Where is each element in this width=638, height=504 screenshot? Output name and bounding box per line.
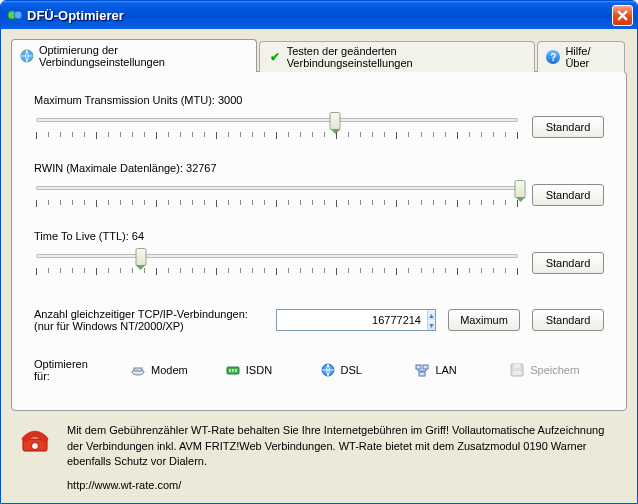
close-button[interactable] xyxy=(612,5,633,26)
title-bar: DFÜ-Optimierer xyxy=(1,1,637,29)
ttl-standard-button[interactable]: Standard xyxy=(532,252,604,274)
lan-icon xyxy=(414,362,430,378)
optimize-lan[interactable]: LAN xyxy=(414,362,509,378)
rwin-standard-button[interactable]: Standard xyxy=(532,184,604,206)
client-area: Optimierung der Verbindungseinstellungen… xyxy=(1,29,637,503)
svg-rect-11 xyxy=(423,365,428,369)
optimize-dsl[interactable]: DSL xyxy=(320,362,415,378)
ttl-slider[interactable] xyxy=(34,248,520,278)
tab-label: Testen der geänderten Verbindungseinstel… xyxy=(287,45,525,69)
svg-rect-8 xyxy=(235,369,237,372)
svg-rect-12 xyxy=(419,372,425,376)
spinner-up[interactable]: ▲ xyxy=(428,310,435,320)
tcp-connections-field[interactable] xyxy=(277,310,427,330)
globe-icon xyxy=(20,49,34,63)
svg-rect-4 xyxy=(134,368,142,371)
tab-strip: Optimierung der Verbindungseinstellungen… xyxy=(11,39,627,72)
tcp-label: Anzahl gleichzeitiger TCP/IP-Verbindunge… xyxy=(34,308,264,332)
save-button: Speichern xyxy=(509,362,604,378)
tab-help[interactable]: ? Hilfe/Über xyxy=(537,41,625,72)
save-icon xyxy=(509,362,525,378)
spinner-down[interactable]: ▼ xyxy=(428,320,435,330)
check-icon: ✔ xyxy=(268,50,282,64)
footer-text-block: Mit dem Gebührenzähler WT-Rate behalten … xyxy=(67,423,619,493)
app-window: DFÜ-Optimierer Optimierung der Verbindun… xyxy=(0,0,638,504)
footer: Mit dem Gebührenzähler WT-Rate behalten … xyxy=(11,411,627,497)
tab-label: Hilfe/Über xyxy=(565,45,614,69)
mtu-slider[interactable] xyxy=(34,112,520,142)
tcp-maximum-button[interactable]: Maximum xyxy=(448,309,520,331)
svg-point-17 xyxy=(32,443,39,450)
app-icon xyxy=(7,7,23,23)
rwin-label: RWIN (Maximale Datenlänge): 32767 xyxy=(34,162,604,174)
svg-rect-6 xyxy=(229,369,231,372)
window-title: DFÜ-Optimierer xyxy=(27,8,612,23)
optimize-isdn[interactable]: ISDN xyxy=(225,362,320,378)
tab-label: Optimierung der Verbindungseinstellungen xyxy=(39,44,246,68)
spinner-arrows[interactable]: ▲ ▼ xyxy=(427,310,435,330)
footer-text: Mit dem Gebührenzähler WT-Rate behalten … xyxy=(67,424,604,467)
rwin-slider[interactable] xyxy=(34,180,520,210)
optimize-modem[interactable]: Modem xyxy=(130,362,225,378)
ttl-label: Time To Live (TTL): 64 xyxy=(34,230,604,242)
tab-optimize[interactable]: Optimierung der Verbindungseinstellungen xyxy=(11,39,257,72)
tcp-standard-button[interactable]: Standard xyxy=(532,309,604,331)
optimize-for-row: Optimieren für: Modem ISDN DSL LAN xyxy=(34,358,604,382)
svg-rect-15 xyxy=(513,371,521,375)
tab-panel-optimize: Maximum Transmission Units (MTU): 3000 S… xyxy=(11,71,627,411)
tcp-connections-row: Anzahl gleichzeitiger TCP/IP-Verbindunge… xyxy=(34,308,604,332)
tab-test[interactable]: ✔ Testen der geänderten Verbindungseinst… xyxy=(259,41,536,72)
mtu-label: Maximum Transmission Units (MTU): 3000 xyxy=(34,94,604,106)
svg-rect-7 xyxy=(232,369,234,372)
footer-link[interactable]: http://www.wt-rate.com/ xyxy=(67,478,619,493)
dsl-icon xyxy=(320,362,336,378)
svg-point-1 xyxy=(14,11,22,19)
rwin-block: RWIN (Maximale Datenlänge): 32767 Standa… xyxy=(34,162,604,210)
modem-icon xyxy=(130,362,146,378)
optimize-lead: Optimieren für: xyxy=(34,358,130,382)
mtu-standard-button[interactable]: Standard xyxy=(532,116,604,138)
isdn-icon xyxy=(225,362,241,378)
tcp-connections-input[interactable]: ▲ ▼ xyxy=(276,309,436,331)
phone-icon xyxy=(19,423,53,493)
mtu-block: Maximum Transmission Units (MTU): 3000 S… xyxy=(34,94,604,142)
svg-rect-10 xyxy=(416,365,421,369)
ttl-block: Time To Live (TTL): 64 Standard xyxy=(34,230,604,278)
svg-rect-14 xyxy=(514,364,520,368)
help-icon: ? xyxy=(546,50,560,64)
